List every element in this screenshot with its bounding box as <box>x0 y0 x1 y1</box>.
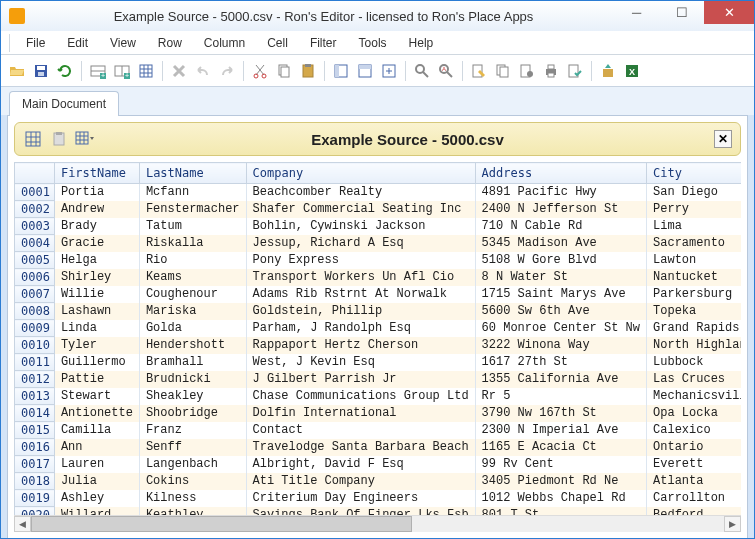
cell-lastname[interactable]: Riskalla <box>139 235 246 252</box>
cell-company[interactable]: Criterium Day Engineers <box>246 490 475 507</box>
cell-company[interactable]: Dolfin International <box>246 405 475 422</box>
cell-city[interactable]: Nantucket <box>647 269 741 286</box>
table-row[interactable]: 0004GracieRiskallaJessup, Richard A Esq5… <box>15 235 742 252</box>
header-grid-icon[interactable] <box>23 129 43 149</box>
cell-company[interactable]: Albright, David F Esq <box>246 456 475 473</box>
cell-lastname[interactable]: Senff <box>139 439 246 456</box>
cell-lastname[interactable]: Tatum <box>139 218 246 235</box>
cell-company[interactable]: Adams Rib Rstrnt At Norwalk <box>246 286 475 303</box>
edit-doc-icon[interactable] <box>469 61 489 81</box>
row-number[interactable]: 0019 <box>15 490 55 507</box>
cell-city[interactable]: Grand Rapids <box>647 320 741 337</box>
row-number[interactable]: 0002 <box>15 201 55 218</box>
docs-icon[interactable] <box>493 61 513 81</box>
cell-company[interactable]: Goldstein, Phillip <box>246 303 475 320</box>
column-header-city[interactable]: City <box>647 163 741 184</box>
cell-city[interactable]: North Highland <box>647 337 741 354</box>
doc-gear-icon[interactable] <box>517 61 537 81</box>
cell-city[interactable]: Parkersburg <box>647 286 741 303</box>
cell-address[interactable]: 3790 Nw 167th St <box>475 405 646 422</box>
row-number[interactable]: 0012 <box>15 371 55 388</box>
search-icon[interactable] <box>412 61 432 81</box>
copy-icon[interactable] <box>274 61 294 81</box>
row-number[interactable]: 0001 <box>15 184 55 201</box>
cell-address[interactable]: 1012 Webbs Chapel Rd <box>475 490 646 507</box>
cell-address[interactable]: 3405 Piedmont Rd Ne <box>475 473 646 490</box>
table-row[interactable]: 0012PattieBrudnickiJ Gilbert Parrish Jr1… <box>15 371 742 388</box>
cell-firstname[interactable]: Lauren <box>54 456 139 473</box>
cell-city[interactable]: Mechanicsville <box>647 388 741 405</box>
cell-company[interactable]: Parham, J Randolph Esq <box>246 320 475 337</box>
cell-firstname[interactable]: Tyler <box>54 337 139 354</box>
redo-icon[interactable] <box>217 61 237 81</box>
cell-city[interactable]: Calexico <box>647 422 741 439</box>
cell-city[interactable]: Atlanta <box>647 473 741 490</box>
header-table-dropdown-icon[interactable] <box>75 129 95 149</box>
layout2-icon[interactable] <box>355 61 375 81</box>
cell-address[interactable]: 5108 W Gore Blvd <box>475 252 646 269</box>
cell-lastname[interactable]: Hendershott <box>139 337 246 354</box>
cell-city[interactable]: Lima <box>647 218 741 235</box>
cell-lastname[interactable]: Bramhall <box>139 354 246 371</box>
insert-row-icon[interactable]: + <box>88 61 108 81</box>
cell-address[interactable]: 1617 27th St <box>475 354 646 371</box>
row-number[interactable]: 0015 <box>15 422 55 439</box>
row-number[interactable]: 0013 <box>15 388 55 405</box>
row-number[interactable]: 0017 <box>15 456 55 473</box>
print-icon[interactable] <box>541 61 561 81</box>
fit-icon[interactable] <box>379 61 399 81</box>
cell-address[interactable]: 4891 Pacific Hwy <box>475 184 646 201</box>
cell-address[interactable]: 3222 Winona Way <box>475 337 646 354</box>
cell-lastname[interactable]: Rio <box>139 252 246 269</box>
column-header-address[interactable]: Address <box>475 163 646 184</box>
column-header-lastname[interactable]: LastName <box>139 163 246 184</box>
row-number[interactable]: 0004 <box>15 235 55 252</box>
cell-lastname[interactable]: Shoobridge <box>139 405 246 422</box>
layout1-icon[interactable] <box>331 61 351 81</box>
export-icon[interactable] <box>598 61 618 81</box>
cell-firstname[interactable]: Shirley <box>54 269 139 286</box>
cell-address[interactable]: 99 Rv Cent <box>475 456 646 473</box>
cell-lastname[interactable]: Langenbach <box>139 456 246 473</box>
row-number[interactable]: 0008 <box>15 303 55 320</box>
cell-company[interactable]: Travelodge Santa Barbara Beach <box>246 439 475 456</box>
minimize-button[interactable]: ─ <box>614 0 659 24</box>
cell-city[interactable]: Lawton <box>647 252 741 269</box>
cell-city[interactable]: Opa Locka <box>647 405 741 422</box>
cell-firstname[interactable]: Ann <box>54 439 139 456</box>
table-row[interactable]: 0019AshleyKilnessCriterium Day Engineers… <box>15 490 742 507</box>
document-close-button[interactable]: ✕ <box>714 130 732 148</box>
maximize-button[interactable]: ☐ <box>659 0 704 24</box>
cell-company[interactable]: Shafer Commercial Seating Inc <box>246 201 475 218</box>
table-row[interactable]: 0010TylerHendershottRappaport Hertz Cher… <box>15 337 742 354</box>
cell-city[interactable]: Bedford <box>647 507 741 516</box>
cell-city[interactable]: Carrollton <box>647 490 741 507</box>
row-number[interactable]: 0020 <box>15 507 55 516</box>
doc-check-icon[interactable] <box>565 61 585 81</box>
row-header-corner[interactable] <box>15 163 55 184</box>
grid-icon[interactable] <box>136 61 156 81</box>
cell-firstname[interactable]: Ashley <box>54 490 139 507</box>
menu-filter[interactable]: Filter <box>300 33 347 53</box>
close-button[interactable]: ✕ <box>704 0 754 24</box>
cell-city[interactable]: Las Cruces <box>647 371 741 388</box>
column-header-firstname[interactable]: FirstName <box>54 163 139 184</box>
cell-city[interactable]: Topeka <box>647 303 741 320</box>
data-grid[interactable]: FirstName LastName Company Address City … <box>14 162 741 515</box>
cell-lastname[interactable]: Golda <box>139 320 246 337</box>
cell-firstname[interactable]: Linda <box>54 320 139 337</box>
cell-city[interactable]: Ontario <box>647 439 741 456</box>
cell-company[interactable]: Chase Communications Group Ltd <box>246 388 475 405</box>
cell-company[interactable]: Savings Bank Of Finger Lks Fsb <box>246 507 475 516</box>
cell-company[interactable]: Ati Title Company <box>246 473 475 490</box>
row-number[interactable]: 0005 <box>15 252 55 269</box>
cell-firstname[interactable]: Andrew <box>54 201 139 218</box>
row-number[interactable]: 0003 <box>15 218 55 235</box>
cut-icon[interactable] <box>250 61 270 81</box>
table-row[interactable]: 0016AnnSenffTravelodge Santa Barbara Bea… <box>15 439 742 456</box>
save-icon[interactable] <box>31 61 51 81</box>
table-row[interactable]: 0009LindaGoldaParham, J Randolph Esq60 M… <box>15 320 742 337</box>
cell-address[interactable]: 2400 N Jefferson St <box>475 201 646 218</box>
cell-city[interactable]: Everett <box>647 456 741 473</box>
cell-company[interactable]: Rappaport Hertz Cherson <box>246 337 475 354</box>
